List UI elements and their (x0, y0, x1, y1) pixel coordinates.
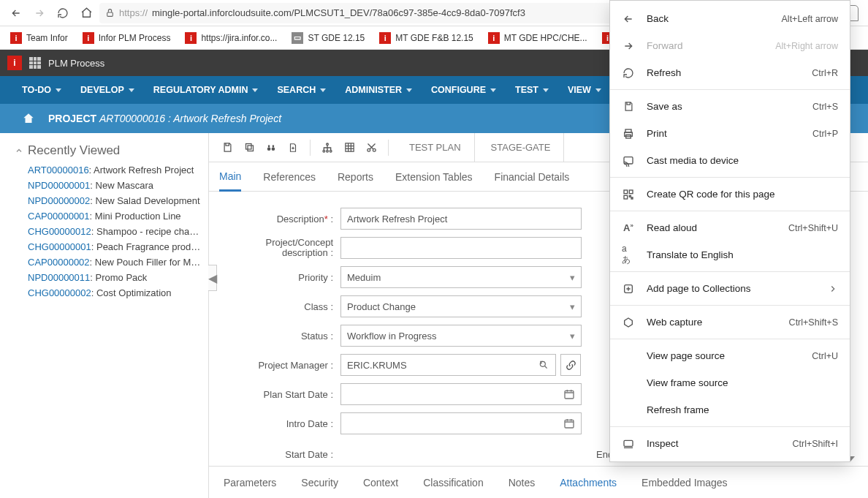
svg-rect-0 (107, 12, 113, 16)
save-icon[interactable] (218, 137, 237, 158)
nav-todo[interactable]: TO-DO (22, 85, 61, 95)
home-button[interactable] (76, 3, 96, 23)
nav-regulatory[interactable]: REGULATORY ADMIN (153, 85, 259, 95)
recently-viewed-item[interactable]: CHG00000002: Cost Optimization (15, 285, 201, 301)
nav-test[interactable]: TEST (515, 85, 549, 95)
ctx-save-as[interactable]: Save asCtrl+S (610, 93, 850, 120)
tab-extension-tables[interactable]: Extension Tables (395, 162, 473, 192)
toolbar-tab-testplan[interactable]: TEST PLAN (396, 133, 475, 162)
subtab-context[interactable]: Context (363, 477, 398, 488)
chevron-up-icon (15, 146, 23, 155)
date-intro[interactable] (340, 412, 582, 434)
print-icon (622, 128, 635, 140)
ctx-label: Refresh frame (647, 404, 826, 415)
bookmark-item[interactable]: iInfor PLM Process (77, 31, 177, 45)
ctx-label: Forward (647, 40, 764, 51)
date-planstart[interactable] (340, 383, 582, 405)
ctx-view-page-source[interactable]: View page sourceCtrl+U (610, 342, 850, 369)
select-status[interactable]: Workflow in Progress▾ (340, 325, 582, 347)
subtab-embedded-images[interactable]: Embedded Images (642, 477, 728, 488)
ctx-cast-media-to-device[interactable]: Cast media to device (610, 147, 850, 174)
back-icon (622, 13, 635, 25)
hierarchy-icon[interactable] (318, 137, 337, 158)
browser-context-menu: BackAlt+Left arrowForwardAlt+Right arrow… (609, 0, 850, 462)
svg-point-9 (327, 150, 329, 152)
ctx-refresh-frame[interactable]: Refresh frame (610, 396, 850, 423)
recently-viewed-header[interactable]: Recently Viewed (15, 143, 201, 158)
recently-viewed-item[interactable]: CHG00000012: Shampoo - recipe change du (15, 224, 201, 239)
new-doc-icon[interactable] (283, 137, 302, 158)
ctx-label: Cast media to device (647, 155, 826, 166)
tab-main[interactable]: Main (219, 162, 241, 192)
ctx-shortcut: Ctrl+Shift+I (792, 439, 838, 449)
subtab-security[interactable]: Security (301, 477, 338, 488)
ctx-print[interactable]: PrintCtrl+P (610, 120, 850, 147)
recently-viewed-item[interactable]: CAP00000002: New Pouch Filler for Manufa… (15, 254, 201, 270)
input-projconcept[interactable] (340, 237, 582, 259)
bookmark-item[interactable]: iMT GDE F&B 12.15 (373, 31, 479, 45)
svg-point-3 (267, 147, 271, 151)
collapse-handle[interactable]: ◀ (208, 265, 217, 291)
subtab-attachments[interactable]: Attachments (560, 477, 617, 488)
ctx-label: View frame source (647, 377, 826, 388)
chevron-down-icon (320, 88, 326, 92)
bookmark-label: MT GDE F&B 12.15 (395, 33, 473, 43)
toolbar-tab-stagegate[interactable]: STAGE-GATE (478, 133, 565, 162)
input-description[interactable]: Artwork Refresh Project (340, 208, 582, 230)
nav-configure[interactable]: CONFIGURE (431, 85, 496, 95)
bookmark-item[interactable]: iTeam Infor (4, 31, 74, 45)
tab-reports[interactable]: Reports (338, 162, 373, 192)
label-pm: Project Manager : (238, 360, 340, 371)
tab-references[interactable]: References (263, 162, 316, 192)
ctx-refresh[interactable]: RefreshCtrl+R (610, 59, 850, 86)
ctx-shortcut: Alt+Right arrow (775, 41, 838, 51)
ctx-web-capture[interactable]: Web captureCtrl+Shift+S (610, 309, 850, 336)
recently-viewed-item[interactable]: NPD00000002: New Salad Development (15, 193, 201, 208)
link-button[interactable] (560, 354, 581, 376)
bookmark-item[interactable]: ihttps://jira.infor.co... (179, 31, 283, 45)
nav-develop[interactable]: DEVELOP (80, 85, 134, 95)
ctx-view-frame-source[interactable]: View frame source (610, 369, 850, 396)
label-intro: Intro Date : (238, 418, 340, 429)
cut-icon[interactable] (362, 137, 381, 158)
ctx-create-qr-code-for-this-page[interactable]: Create QR code for this page (610, 181, 850, 208)
subtab-notes[interactable]: Notes (509, 477, 536, 488)
tab-financial-details[interactable]: Financial Details (495, 162, 570, 192)
recently-viewed-item[interactable]: CAP00000001: Mini Production Line (15, 208, 201, 224)
infor-logo-icon[interactable]: i (7, 56, 22, 70)
recently-viewed-item[interactable]: CHG00000001: Peach Fragrance product imp (15, 239, 201, 254)
nav-search[interactable]: SEARCH (277, 85, 326, 95)
select-priority[interactable]: Meduim▾ (340, 266, 582, 288)
ctx-forward[interactable]: ForwardAlt+Right arrow (610, 32, 850, 59)
select-class[interactable]: Product Change▾ (340, 295, 582, 317)
ctx-inspect[interactable]: InspectCtrl+Shift+I (610, 430, 850, 457)
calendar-icon (563, 418, 575, 429)
read-icon: A» (622, 222, 635, 233)
nav-administer[interactable]: ADMINISTER (345, 85, 412, 95)
recently-viewed-item[interactable]: NPD00000001: New Mascara (15, 178, 201, 193)
binoculars-icon[interactable] (262, 137, 281, 158)
bookmark-item[interactable]: ▭ST GDE 12.15 (286, 31, 370, 45)
subtab-classification[interactable]: Classification (423, 477, 483, 488)
chevron-down-icon (490, 88, 496, 92)
forward-button[interactable] (29, 3, 50, 23)
copy-icon[interactable] (240, 137, 259, 158)
lookup-pm[interactable]: ERIC.KRUMS (340, 354, 556, 376)
grid-icon[interactable] (340, 137, 359, 158)
subtab-parameters[interactable]: Parameters (224, 477, 276, 488)
back-button[interactable] (6, 3, 26, 23)
recently-viewed-item[interactable]: ART00000016: Artwork Refresh Project (15, 162, 201, 178)
ctx-add-page-to-collections[interactable]: Add page to Collections (610, 275, 850, 302)
bookmark-item[interactable]: iMT GDE HPC/CHE... (482, 31, 593, 45)
reload-button[interactable] (53, 3, 73, 23)
nav-view[interactable]: VIEW (568, 85, 601, 95)
home-icon[interactable] (22, 112, 35, 125)
ctx-read-aloud[interactable]: A»Read aloudCtrl+Shift+U (610, 214, 850, 241)
ctx-back[interactable]: BackAlt+Left arrow (610, 5, 850, 32)
ctx-translate-to-english[interactable]: aあTranslate to English (610, 241, 850, 268)
recently-viewed-item[interactable]: NPD00000011: Promo Pack (15, 270, 201, 285)
app-launcher-icon[interactable] (29, 57, 41, 69)
qr-icon (622, 189, 635, 200)
svg-rect-20 (624, 156, 633, 163)
bookmark-label: MT GDE HPC/CHE... (504, 33, 587, 43)
